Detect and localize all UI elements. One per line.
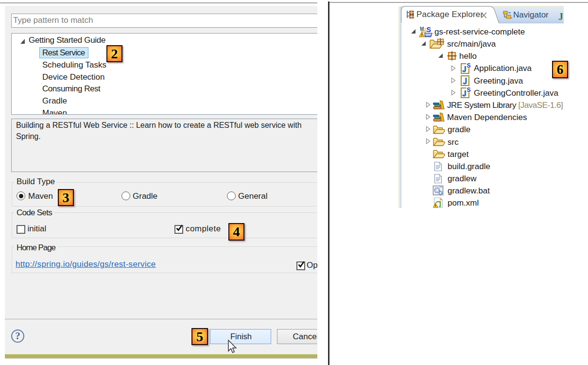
svg-text:S: S <box>427 26 431 34</box>
svg-text:S: S <box>467 87 471 93</box>
svg-text:S: S <box>467 62 471 69</box>
